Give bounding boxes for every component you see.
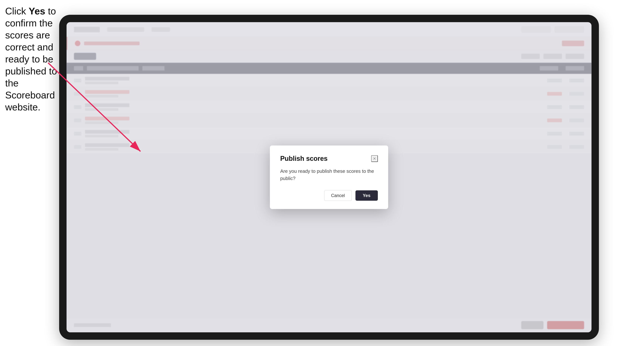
yes-button[interactable]: Yes xyxy=(356,190,378,201)
modal-title: Publish scores xyxy=(280,155,328,163)
instruction-text: Click Yes to confirm the scores are corr… xyxy=(5,5,61,113)
modal-footer: Cancel Yes xyxy=(280,190,378,201)
modal-body: Are you ready to publish these scores to… xyxy=(280,168,378,182)
tablet-device: Publish scores × Are you ready to publis… xyxy=(59,15,599,340)
publish-scores-modal: Publish scores × Are you ready to publis… xyxy=(270,146,388,209)
cancel-button[interactable]: Cancel xyxy=(324,190,352,201)
modal-header: Publish scores × xyxy=(280,155,378,163)
instruction-part2: to confirm the scores are correct and re… xyxy=(5,6,57,112)
tablet-screen: Publish scores × Are you ready to publis… xyxy=(66,22,592,332)
modal-close-button[interactable]: × xyxy=(371,155,378,162)
instruction-bold: Yes xyxy=(29,6,45,16)
instruction-part1: Click xyxy=(5,6,29,16)
